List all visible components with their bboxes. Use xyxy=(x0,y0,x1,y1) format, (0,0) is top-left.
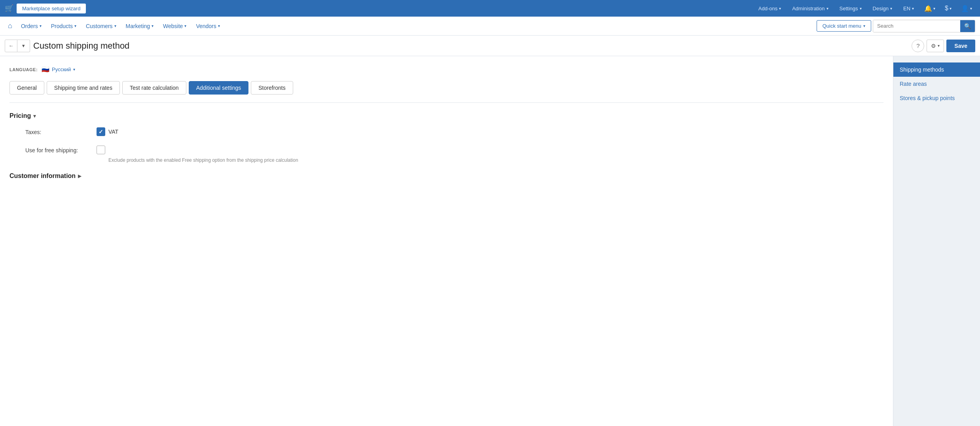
products-menu[interactable]: Products ▾ xyxy=(47,23,80,29)
marketing-caret: ▾ xyxy=(152,24,154,28)
vendors-menu[interactable]: Vendors ▾ xyxy=(192,23,224,29)
free-shipping-checkbox[interactable] xyxy=(97,146,105,154)
tab-shipping-time-rates[interactable]: Shipping time and rates xyxy=(47,81,120,95)
language-caret: ▾ xyxy=(73,67,75,72)
sidebar-item-rate-areas[interactable]: Rate areas xyxy=(893,77,980,91)
help-button[interactable]: ? xyxy=(912,40,924,52)
tab-additional-settings[interactable]: Additional settings xyxy=(189,81,249,95)
vat-label: VAT xyxy=(108,129,118,135)
page-header: ← ▾ Custom shipping method ? ⚙ ▾ Save xyxy=(0,36,980,56)
design-menu[interactable]: Design ▾ xyxy=(869,6,896,11)
user-caret: ▾ xyxy=(970,6,972,11)
save-button[interactable]: Save xyxy=(946,40,975,52)
tab-storefronts[interactable]: Storefronts xyxy=(251,81,293,95)
user-button[interactable]: 👤 ▾ xyxy=(958,5,975,12)
taxes-control: VAT xyxy=(97,127,118,136)
wizard-button[interactable]: Marketplace setup wizard xyxy=(17,4,86,13)
sidebar-item-stores-pickup[interactable]: Stores & pickup points xyxy=(893,91,980,105)
cart-icon[interactable]: 🛒 xyxy=(5,4,13,13)
nav-arrows: ← ▾ xyxy=(5,40,30,52)
language-selector[interactable]: 🇷🇺 Русский ▾ xyxy=(42,66,75,73)
vat-checkbox[interactable] xyxy=(97,127,105,136)
addons-caret: ▾ xyxy=(779,6,781,11)
home-icon[interactable]: ⌂ xyxy=(5,22,15,30)
customer-section-title: Customer information xyxy=(9,172,76,180)
language-name: Русский xyxy=(52,66,71,72)
language-caret: ▾ xyxy=(912,6,914,11)
free-shipping-label: Use for free shipping: xyxy=(25,146,97,153)
customer-section-arrow: ▶ xyxy=(78,173,82,179)
language-label: LANGUAGE: xyxy=(9,67,38,72)
sidebar: Shipping methods Rate areas Stores & pic… xyxy=(893,56,980,426)
dollar-button[interactable]: $ ▾ xyxy=(942,5,955,12)
customer-section: Customer information ▶ xyxy=(9,172,883,180)
second-bar: ⌂ Orders ▾ Products ▾ Customers ▾ Market… xyxy=(0,17,980,36)
bell-caret: ▾ xyxy=(933,6,935,11)
dropdown-button[interactable]: ▾ xyxy=(17,40,30,52)
taxes-row: Taxes: VAT xyxy=(9,127,883,136)
bell-button[interactable]: 🔔 ▾ xyxy=(921,5,938,12)
quick-start-button[interactable]: Quick start menu ▾ xyxy=(817,20,871,32)
gear-icon: ⚙ xyxy=(931,43,936,49)
flag-icon: 🇷🇺 xyxy=(42,66,49,73)
taxes-label: Taxes: xyxy=(25,127,97,135)
pricing-section-header: Pricing ▾ xyxy=(9,112,883,119)
addons-menu[interactable]: Add-ons ▾ xyxy=(754,6,785,11)
free-shipping-checkbox-row xyxy=(97,146,105,154)
tabs-row: General Shipping time and rates Test rat… xyxy=(9,81,883,95)
user-icon: 👤 xyxy=(961,5,969,12)
administration-caret: ▾ xyxy=(826,6,828,11)
orders-caret: ▾ xyxy=(40,24,42,28)
main-layout: LANGUAGE: 🇷🇺 Русский ▾ General Shipping … xyxy=(0,56,980,426)
tab-general[interactable]: General xyxy=(9,81,44,95)
free-shipping-hint: Exclude products with the enabled Free s… xyxy=(108,157,298,163)
search-wrapper: 🔍 xyxy=(873,20,975,32)
bell-icon: 🔔 xyxy=(924,5,932,12)
settings-caret: ▾ xyxy=(860,6,862,11)
design-caret: ▾ xyxy=(890,6,892,11)
tab-test-rate[interactable]: Test rate calculation xyxy=(122,81,186,95)
dollar-caret: ▾ xyxy=(950,6,952,11)
vendors-caret: ▾ xyxy=(218,24,220,28)
orders-menu[interactable]: Orders ▾ xyxy=(17,23,45,29)
website-caret: ▾ xyxy=(184,24,186,28)
back-button[interactable]: ← xyxy=(5,40,17,52)
language-row: LANGUAGE: 🇷🇺 Русский ▾ xyxy=(9,66,883,73)
section-divider xyxy=(9,102,883,103)
taxes-checkbox-row: VAT xyxy=(97,127,118,136)
quick-start-caret: ▾ xyxy=(863,24,865,28)
marketing-menu[interactable]: Marketing ▾ xyxy=(122,23,157,29)
sidebar-item-shipping-methods[interactable]: Shipping methods xyxy=(893,62,980,77)
gear-caret: ▾ xyxy=(938,44,940,48)
pricing-toggle-icon[interactable]: ▾ xyxy=(33,113,36,119)
settings-menu[interactable]: Settings ▾ xyxy=(836,6,866,11)
administration-menu[interactable]: Administration ▾ xyxy=(788,6,832,11)
dollar-icon: $ xyxy=(945,5,948,12)
language-menu[interactable]: EN ▾ xyxy=(899,6,918,11)
header-actions: ? ⚙ ▾ Save xyxy=(912,40,975,52)
free-shipping-control: Exclude products with the enabled Free s… xyxy=(97,146,298,163)
search-input[interactable] xyxy=(873,20,960,32)
products-caret: ▾ xyxy=(74,24,76,28)
customer-section-header[interactable]: Customer information ▶ xyxy=(9,172,883,180)
top-bar: 🛒 Marketplace setup wizard Add-ons ▾ Adm… xyxy=(0,0,980,17)
customers-menu[interactable]: Customers ▾ xyxy=(82,23,120,29)
page-title: Custom shipping method xyxy=(33,41,908,51)
search-button[interactable]: 🔍 xyxy=(960,20,975,32)
free-shipping-row: Use for free shipping: Exclude products … xyxy=(9,146,883,163)
website-menu[interactable]: Website ▾ xyxy=(159,23,190,29)
pricing-section-title: Pricing xyxy=(9,112,31,119)
customers-caret: ▾ xyxy=(114,24,116,28)
content-area: LANGUAGE: 🇷🇺 Русский ▾ General Shipping … xyxy=(0,56,893,426)
gear-button[interactable]: ⚙ ▾ xyxy=(927,40,944,52)
